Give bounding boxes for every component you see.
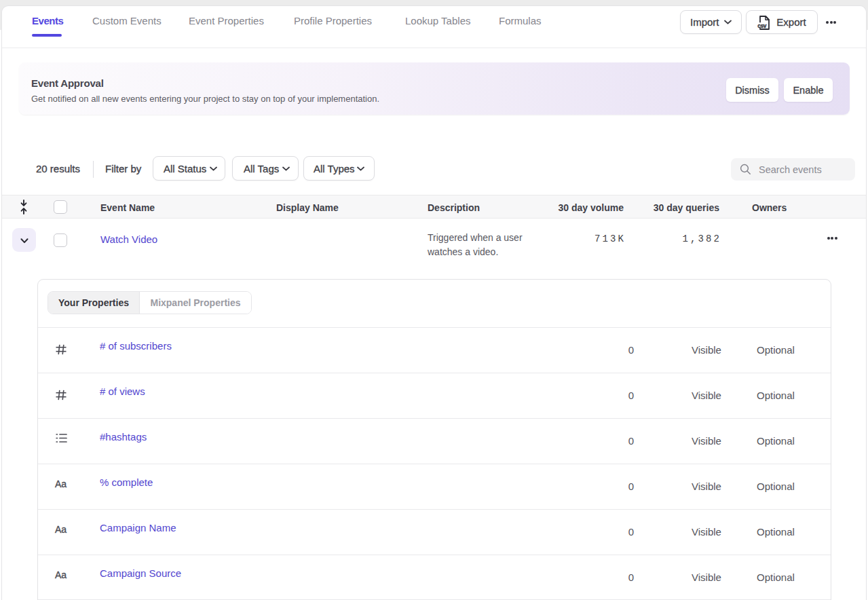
svg-text:csv: csv (758, 22, 767, 29)
